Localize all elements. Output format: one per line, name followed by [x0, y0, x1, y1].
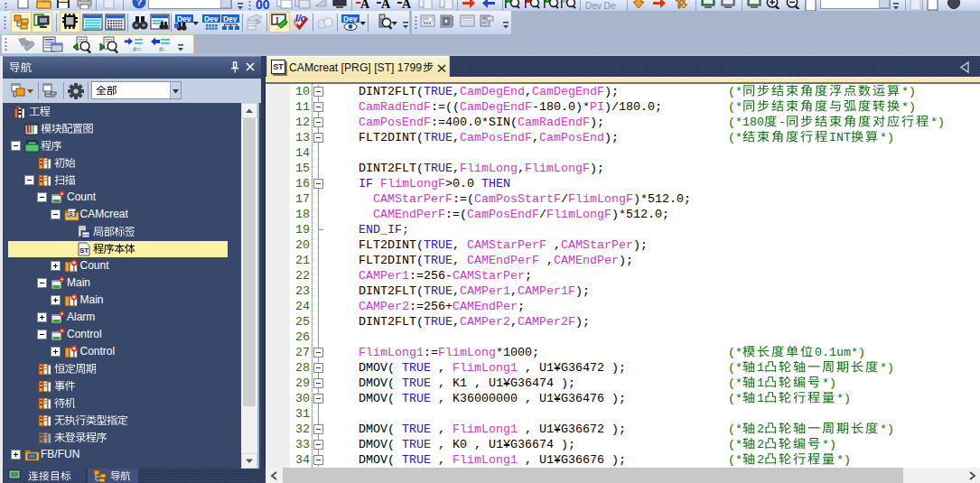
svg-text:ST: ST — [69, 210, 78, 217]
svg-text:#-: #- — [159, 45, 165, 53]
svg-text:Dev: Dev — [204, 14, 219, 23]
svg-text:Dev: Dev — [223, 14, 238, 23]
svg-text:A: A — [402, 0, 412, 9]
svg-text:ST: ST — [79, 246, 89, 255]
svg-text:Dev Dev: Dev Dev — [585, 1, 616, 11]
svg-text:00: 00 — [256, 0, 270, 11]
svg-text:Dev: Dev — [343, 14, 358, 23]
svg-text:A: A — [360, 0, 370, 9]
svg-text:?: ? — [136, 0, 143, 7]
svg-text:#=: #= — [133, 45, 141, 53]
svg-text:I: I — [275, 15, 279, 25]
svg-text:Dev: Dev — [177, 14, 191, 23]
svg-text:A: A — [381, 0, 391, 9]
